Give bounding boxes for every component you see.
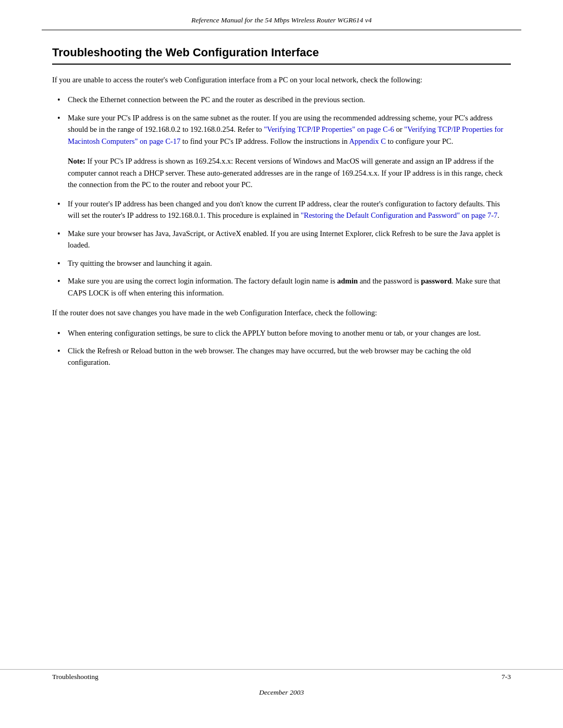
bullet-list-1: Check the Ethernet connection between th…	[52, 94, 511, 147]
header-text: Reference Manual for the 54 Mbps Wireles…	[191, 16, 372, 24]
list-item: Click the Refresh or Reload button in th…	[52, 345, 511, 368]
footer-date: December 2003	[52, 688, 511, 697]
list-item: When entering configuration settings, be…	[52, 327, 511, 339]
list-item-text: Make sure your PC's IP address is on the…	[68, 114, 503, 145]
content-area: Troubleshooting the Web Configuration In…	[0, 30, 563, 418]
list-item: If your router's IP address has been cha…	[52, 198, 511, 221]
page-header: Reference Manual for the 54 Mbps Wireles…	[42, 0, 521, 30]
note-text: If your PC's IP address is shown as 169.…	[68, 157, 503, 189]
list-item-text: If your router's IP address has been cha…	[68, 200, 500, 219]
link-verifying-tcpip-pc[interactable]: "Verifying TCP/IP Properties" on page C-…	[264, 125, 394, 133]
list-item: Check the Ethernet connection between th…	[52, 94, 511, 105]
bullet-list-2: When entering configuration settings, be…	[52, 327, 511, 368]
list-item: Make sure you are using the correct logi…	[52, 275, 511, 299]
footer-row: Troubleshooting 7-3	[52, 670, 511, 681]
list-item-text: Click the Refresh or Reload button in th…	[68, 347, 471, 366]
closing-paragraph: If the router does not save changes you …	[52, 307, 511, 318]
bold-admin: admin	[337, 277, 358, 285]
list-item-text: Check the Ethernet connection between th…	[68, 95, 365, 104]
section-title: Troubleshooting the Web Configuration In…	[52, 46, 511, 65]
bold-password: password	[421, 277, 451, 285]
footer-right: 7-3	[501, 673, 511, 681]
page-container: Reference Manual for the 54 Mbps Wireles…	[0, 0, 563, 728]
list-item-text: Make sure your browser has Java, JavaScr…	[68, 229, 500, 249]
note-block: Note: If your PC's IP address is shown a…	[68, 155, 511, 190]
list-item-text: Make sure you are using the correct logi…	[68, 277, 500, 297]
intro-paragraph: If you are unable to access the router's…	[52, 74, 511, 85]
footer-left: Troubleshooting	[52, 673, 99, 681]
link-appendix-c[interactable]: Appendix C	[349, 137, 386, 145]
link-restoring-default[interactable]: "Restoring the Default Configuration and…	[301, 211, 498, 219]
bullet-list-continued: If your router's IP address has been cha…	[52, 198, 511, 299]
list-item-text: When entering configuration settings, be…	[68, 329, 481, 337]
list-item: Try quitting the browser and launching i…	[52, 257, 511, 269]
list-item: Make sure your PC's IP address is on the…	[52, 112, 511, 147]
list-item: Make sure your browser has Java, JavaScr…	[52, 228, 511, 251]
page-footer: Troubleshooting 7-3 December 2003	[0, 669, 563, 697]
list-item-text: Try quitting the browser and launching i…	[68, 259, 212, 267]
note-label: Note:	[68, 157, 85, 165]
